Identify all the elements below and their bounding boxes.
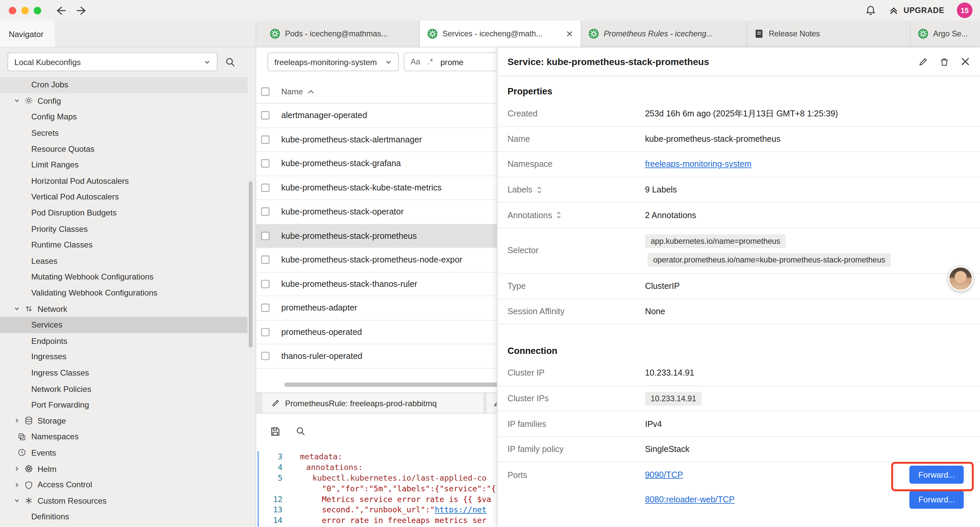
property-label[interactable]: Labels (508, 185, 645, 194)
sidebar-item-pod-disruption-budgets[interactable]: Pod Disruption Budgets (0, 205, 248, 221)
unfold-icon[interactable] (536, 186, 542, 193)
traffic-lights (9, 7, 41, 14)
tab-prometheus-rules[interactable]: Prometheus Rules - icecheng... (581, 21, 747, 47)
sidebar-item-runtime-classes[interactable]: Runtime Classes (0, 237, 248, 253)
sidebar-item-helm[interactable]: Helm (0, 461, 248, 477)
notification-count-badge[interactable]: 15 (957, 2, 973, 18)
maximize-window-button[interactable] (34, 7, 41, 14)
close-icon[interactable] (961, 57, 970, 66)
save-icon[interactable] (270, 426, 280, 436)
sidebar-item-label: Endpoints (31, 336, 67, 345)
row-checkbox[interactable] (261, 159, 269, 167)
back-arrow-icon[interactable] (55, 5, 66, 15)
sidebar-item-definitions[interactable]: Definitions (0, 509, 248, 525)
upgrade-button[interactable]: UPGRADE (889, 6, 944, 15)
namespace-filter-select[interactable]: freeleaps-monitoring-system (267, 53, 399, 71)
sidebar-item-endpoints[interactable]: Endpoints (0, 333, 248, 349)
port-link[interactable]: 9090/TCP (645, 470, 683, 479)
selector-badge[interactable]: app.kubernetes.io/name=prometheus (645, 234, 786, 248)
sidebar-item-services[interactable]: Services (0, 317, 248, 333)
property-value: ClusterIP (645, 282, 680, 291)
sidebar-item-network[interactable]: Network (0, 301, 248, 317)
regex-toggle[interactable]: .* (428, 57, 433, 66)
dock-tab-prometheusrule[interactable]: PrometheusRule: freeleaps-prod-rabbitmq (262, 393, 484, 413)
name-header-label: Name (281, 87, 303, 96)
namespace-link[interactable]: freeleaps-monitoring-system (645, 160, 751, 169)
forward-arrow-icon[interactable] (76, 5, 88, 15)
unfold-icon[interactable] (556, 212, 562, 219)
sidebar-item-ingresses[interactable]: Ingresses (0, 349, 248, 365)
kubeconfig-selector[interactable]: Local Kubeconfigs (7, 53, 218, 71)
sidebar-item-events[interactable]: Events (0, 444, 248, 461)
delete-icon[interactable] (939, 57, 949, 67)
row-checkbox[interactable] (261, 183, 269, 191)
line-number: 12 (256, 494, 283, 504)
row-checkbox[interactable] (261, 280, 269, 288)
chevron-right-icon[interactable] (14, 482, 20, 488)
sidebar-item-leases[interactable]: Leases (0, 253, 248, 269)
row-checkbox[interactable] (261, 328, 269, 336)
code-line: annotations: (283, 463, 363, 472)
tab-close-icon[interactable]: ✕ (566, 29, 573, 38)
sidebar-item-storage[interactable]: Storage (0, 413, 248, 429)
cluster-ip-badge[interactable]: 10.233.14.91 (645, 392, 702, 405)
navigator-tree: Cron Jobs Config Config Maps Secrets Res… (0, 77, 256, 527)
tab-services[interactable]: Services - icecheng@math... ✕ (420, 21, 581, 47)
forward-button[interactable]: Forward... (910, 466, 964, 484)
sidebar-item-access-control[interactable]: Access Control (0, 477, 248, 493)
row-checkbox[interactable] (261, 352, 269, 360)
sidebar-item-limit-ranges[interactable]: Limit Ranges (0, 157, 248, 173)
bell-icon[interactable] (865, 5, 876, 16)
sidebar-item-namespaces[interactable]: Namespaces (0, 428, 248, 444)
sidebar-item-custom-resources[interactable]: Custom Resources (0, 493, 248, 509)
sidebar-item-ingress-classes[interactable]: Ingress Classes (0, 365, 248, 381)
chevron-right-icon[interactable] (14, 417, 20, 424)
service-name: alertmanager-operated (281, 111, 367, 120)
sidebar-item-port-forwarding[interactable]: Port Forwarding (0, 397, 248, 413)
row-checkbox[interactable] (261, 304, 269, 312)
sidebar-item-resource-quotas[interactable]: Resource Quotas (0, 141, 248, 157)
sidebar-item-config[interactable]: Config (0, 93, 248, 109)
chevron-down-icon[interactable] (14, 498, 20, 504)
sidebar-item-cron-jobs[interactable]: Cron Jobs (0, 77, 248, 93)
sidebar-item-validating-webhook-configurations[interactable]: Validating Webhook Configurations (0, 285, 248, 301)
name-column-header[interactable]: Name (281, 87, 314, 96)
close-window-button[interactable] (9, 7, 16, 14)
sidebar-item-vertical-pod-autoscalers[interactable]: Vertical Pod Autoscalers (0, 189, 248, 205)
property-label[interactable]: Annotations (508, 210, 645, 220)
chevron-right-icon[interactable] (14, 466, 20, 472)
minimize-window-button[interactable] (21, 7, 29, 14)
row-checkbox[interactable] (261, 111, 269, 119)
chevron-down-icon[interactable] (14, 98, 20, 104)
row-checkbox[interactable] (261, 208, 269, 216)
sidebar-item-priority-classes[interactable]: Priority Classes (0, 221, 248, 237)
match-case-toggle[interactable]: Aa (410, 57, 420, 66)
sidebar-scrollbar[interactable] (249, 181, 253, 347)
port-link[interactable]: 8080:reloader-web/TCP (645, 495, 735, 504)
row-checkbox[interactable] (261, 256, 269, 264)
forward-button[interactable]: Forward... (910, 490, 964, 509)
row-checkbox[interactable] (261, 232, 269, 240)
avatar[interactable] (948, 266, 973, 291)
sidebar-item-network-policies[interactable]: Network Policies (0, 381, 248, 397)
navigator-tab[interactable]: Navigator (0, 21, 55, 47)
shield-icon (24, 480, 33, 489)
drawer-title: Service: kube-prometheus-stack-prometheu… (508, 56, 918, 67)
tab-pods[interactable]: Pods - icecheng@mathmas... (262, 21, 420, 47)
search-icon[interactable] (225, 57, 236, 67)
select-all-checkbox[interactable] (261, 88, 269, 96)
sidebar-item-horizontal-pod-autoscalers[interactable]: Horizontal Pod Autoscalers (0, 173, 248, 189)
line-number: 5 (256, 473, 283, 482)
edit-icon[interactable] (918, 57, 928, 67)
selector-badge[interactable]: operator.prometheus.io/name=kube-prometh… (648, 253, 891, 267)
tab-release-notes[interactable]: Release Notes (747, 21, 911, 47)
row-checkbox[interactable] (261, 135, 269, 143)
sidebar-item-mutating-webhook-configurations[interactable]: Mutating Webhook Configurations (0, 269, 248, 285)
search-icon[interactable] (296, 426, 305, 436)
property-value: SingleStack (645, 444, 690, 454)
sidebar-item-config-maps[interactable]: Config Maps (0, 109, 248, 125)
sidebar-item-secrets[interactable]: Secrets (0, 125, 248, 141)
port-line: 9090/TCP Forward... (645, 462, 970, 487)
tab-argo[interactable]: Argo Se... (911, 21, 980, 47)
chevron-down-icon[interactable] (14, 306, 20, 312)
